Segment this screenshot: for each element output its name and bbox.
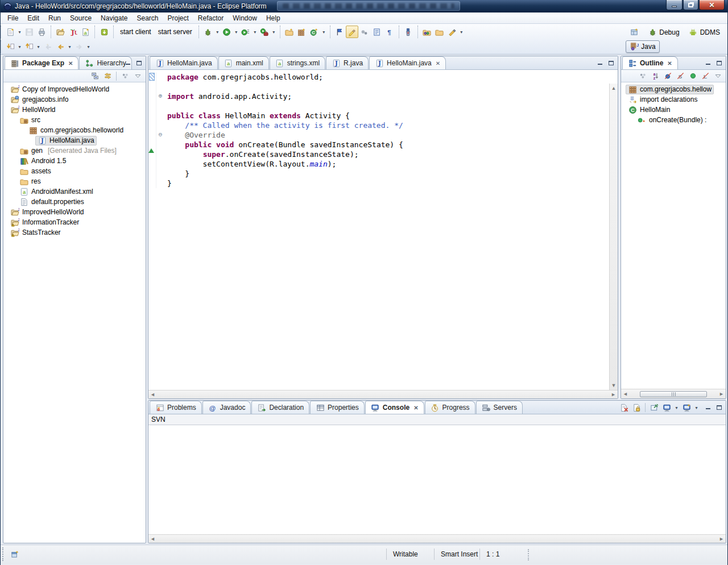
tree-item-com-gregrjacobs-helloworld[interactable]: com.gregrjacobs.helloworld: [3, 125, 146, 135]
close-icon[interactable]: ✕: [666, 60, 672, 67]
debug-button[interactable]: [202, 26, 214, 38]
scroll-lock-button[interactable]: [631, 402, 642, 413]
open-type-button[interactable]: [333, 26, 346, 38]
maximize-view-button[interactable]: [714, 59, 724, 67]
restore-button[interactable]: [683, 0, 698, 10]
editor-horizontal-scrollbar[interactable]: ◄►: [148, 390, 618, 398]
tab-package-exp[interactable]: Package Exp✕: [5, 56, 78, 69]
tree-item-copy-of-improvedhelloworld[interactable]: JCopy of ImprovedHelloWorld: [3, 84, 146, 94]
new-package-wizard-button[interactable]: ✦: [283, 26, 296, 38]
dropdown-arrow-icon[interactable]: ▾: [693, 405, 700, 410]
tree-item-assets[interactable]: assets: [3, 166, 146, 176]
tab-outline[interactable]: Outline✕: [622, 56, 678, 69]
open-resource-button[interactable]: [421, 26, 433, 38]
show-selected-element-button[interactable]: [371, 26, 383, 38]
menu-run[interactable]: Run: [44, 13, 65, 23]
tree-item-statstracker[interactable]: JStatsTracker: [3, 227, 146, 238]
scroll-left-icon[interactable]: ◄: [150, 536, 155, 542]
menu-refactor[interactable]: Refactor: [193, 13, 228, 23]
fast-view-button[interactable]: ✦: [9, 548, 21, 560]
hide-non-public-members-button[interactable]: [687, 70, 698, 82]
close-icon[interactable]: ✕: [67, 60, 73, 67]
code-line[interactable]: public void onCreate(Bundle savedInstanc…: [148, 140, 609, 149]
tree-item-com-gregrjacobs-hellow[interactable]: com.gregrjacobs.hellow: [621, 84, 726, 94]
close-icon[interactable]: ✕: [435, 60, 440, 67]
view-menu-button[interactable]: [132, 70, 143, 82]
tab-properties[interactable]: Properties: [310, 401, 365, 414]
tab-javadoc[interactable]: @Javadoc: [202, 401, 251, 414]
display-selected-console-button[interactable]: [661, 402, 672, 413]
scroll-up-icon[interactable]: ▲: [611, 85, 617, 91]
scroll-down-icon[interactable]: ▼: [611, 383, 617, 388]
open-file-button[interactable]: [433, 26, 446, 38]
perspective-ddms-button[interactable]: DDMS: [685, 26, 724, 39]
tree-item-informationtracker[interactable]: JInformationTracker: [3, 217, 146, 227]
editor-body[interactable]: package com.gregrjacobs.helloworld;⊕impo…: [148, 70, 618, 398]
external-tools-button[interactable]: [258, 26, 271, 38]
tree-item-src[interactable]: src: [3, 115, 146, 125]
tab-strings-xml[interactable]: astrings.xml: [270, 56, 325, 69]
link-with-editor-button[interactable]: [102, 70, 113, 82]
scroll-left-icon[interactable]: ◄: [150, 392, 155, 397]
tree-item-gregjacobs-info[interactable]: gregjacobs.info: [3, 94, 146, 105]
clear-console-button[interactable]: [618, 402, 630, 413]
tree-item-oncreate-bundle[interactable]: onCreate(Bundle) :: [621, 115, 726, 125]
dropdown-arrow-icon[interactable]: ▾: [673, 405, 680, 410]
dropdown-arrow-icon[interactable]: ▾: [67, 44, 73, 49]
run-button[interactable]: [221, 26, 233, 38]
scroll-right-icon[interactable]: ►: [719, 391, 724, 397]
dropdown-arrow-icon[interactable]: ▾: [35, 44, 42, 49]
outline-horizontal-scrollbar[interactable]: ◄ ►: [621, 389, 726, 398]
dropdown-arrow-icon[interactable]: ▾: [16, 30, 23, 35]
tree-item-androidmanifest-xml[interactable]: aAndroidManifest.xml: [3, 186, 146, 197]
next-problem-button[interactable]: [358, 26, 371, 38]
tree-item-res[interactable]: res: [3, 176, 146, 186]
toggle-mark-occurrences-button[interactable]: [346, 26, 358, 38]
new-java-project-button[interactable]: ✦: [54, 26, 67, 38]
run-history-button[interactable]: [239, 26, 252, 38]
start-client-button[interactable]: start client: [117, 26, 155, 38]
last-edit-location-button[interactable]: ✦: [42, 40, 54, 53]
scrollbar-thumb[interactable]: [640, 391, 707, 397]
tree-item-improvedhelloworld[interactable]: JImprovedHelloWorld: [3, 207, 146, 217]
menu-help[interactable]: Help: [262, 13, 285, 23]
perspective-java-button[interactable]: JJava: [626, 40, 659, 53]
code-line[interactable]: ⊕import android.app.Activity;: [148, 92, 609, 101]
tree-item-hellomain-java[interactable]: JHelloMain.java: [3, 135, 146, 146]
menu-edit[interactable]: Edit: [23, 13, 44, 23]
new-package-button[interactable]: ✦: [296, 26, 308, 38]
tree-item-helloworld[interactable]: JHelloWorld: [3, 105, 146, 115]
maximize-view-button[interactable]: [134, 59, 144, 67]
code-line[interactable]: package com.gregrjacobs.helloworld;: [148, 72, 609, 82]
new-android-project-button[interactable]: a✦: [79, 26, 92, 38]
view-menu-button[interactable]: [712, 70, 723, 82]
new-class-button[interactable]: C✦: [308, 26, 321, 38]
tree-item-gen[interactable]: gen[Generated Java Files]: [3, 146, 146, 156]
dropdown-arrow-icon[interactable]: ▾: [233, 30, 239, 35]
fold-minus-icon[interactable]: ⊖: [156, 130, 164, 140]
sort-button[interactable]: az: [650, 70, 661, 82]
minimize-view-button[interactable]: [703, 403, 713, 412]
collapse-all-button[interactable]: [89, 70, 101, 82]
dropdown-arrow-icon[interactable]: ▾: [214, 30, 221, 35]
new-junit-test-button[interactable]: JU: [67, 26, 79, 38]
fast-view-handle[interactable]: [2, 547, 3, 561]
forward-history-button[interactable]: [73, 40, 85, 53]
tab-progress[interactable]: Progress: [425, 401, 475, 414]
tab-problems[interactable]: Problems: [150, 401, 202, 414]
tree-item-hellomain[interactable]: CHelloMain: [621, 105, 726, 115]
console-output[interactable]: [148, 425, 726, 534]
dropdown-arrow-icon[interactable]: ▾: [16, 44, 23, 49]
hide-fields-button[interactable]: [662, 70, 673, 82]
dropdown-arrow-icon[interactable]: ▾: [271, 30, 277, 35]
code-line[interactable]: super.onCreate(savedInstanceState);: [148, 149, 609, 159]
fold-plus-icon[interactable]: ⊕: [156, 92, 164, 101]
scroll-right-icon[interactable]: ►: [611, 392, 616, 397]
code-line[interactable]: [148, 82, 609, 92]
code-line[interactable]: /** Called when the activity is first cr…: [148, 121, 609, 130]
tab-console[interactable]: Console✕: [365, 401, 424, 414]
open-perspective-button[interactable]: ✦: [626, 26, 643, 39]
scroll-right-icon[interactable]: ►: [719, 536, 724, 542]
minimize-view-button[interactable]: [703, 59, 713, 67]
close-icon[interactable]: ✕: [412, 405, 418, 411]
